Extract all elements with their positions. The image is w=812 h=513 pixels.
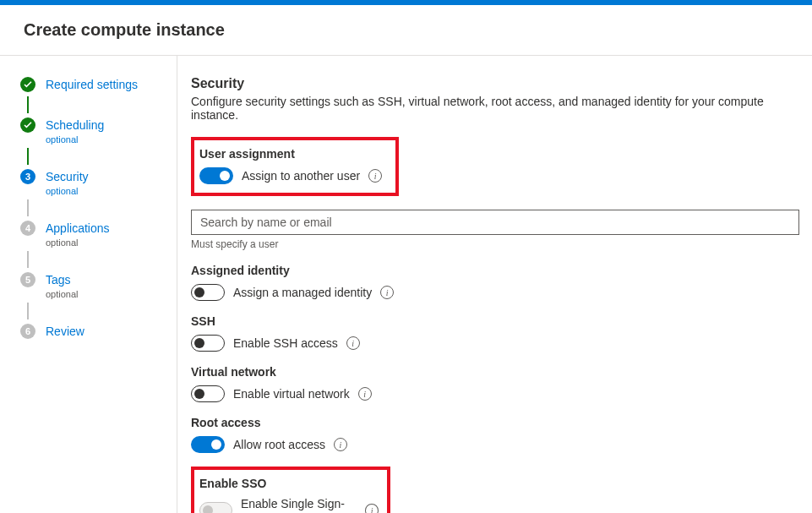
step-review[interactable]: 6 Review [20,323,168,340]
section-description: Configure security settings such as SSH,… [191,95,812,122]
sso-toggle [199,502,232,513]
info-icon[interactable]: i [358,387,372,401]
toggle-label: Assign to another user [242,169,360,183]
step-tags[interactable]: 5 Tags optional [20,271,168,299]
field-heading: SSH [191,314,812,328]
step-connector [27,96,29,113]
info-icon[interactable]: i [365,504,379,513]
step-connector [27,303,29,319]
root-access-toggle[interactable] [191,436,225,453]
step-label: Required settings [46,76,138,93]
step-scheduling[interactable]: Scheduling optional [20,117,168,145]
step-label: Scheduling [46,117,104,134]
assign-user-toggle[interactable] [199,167,233,184]
field-heading: Enable SSO [199,477,379,490]
step-connector [27,199,29,216]
step-number-icon: 5 [20,272,35,287]
step-sublabel: optional [46,186,89,196]
check-icon [20,117,35,133]
step-number-icon: 4 [20,221,35,236]
step-number-icon: 6 [20,324,35,339]
field-heading: Root access [191,416,812,429]
wizard-steps-sidebar: Required settings Scheduling optional 3 … [0,56,177,513]
step-sublabel: optional [46,237,110,248]
step-sublabel: optional [46,289,79,299]
toggle-label: Assign a managed identity [233,286,372,299]
step-connector [27,251,29,268]
toggle-label: Enable virtual network [233,387,350,401]
toggle-label: Enable SSH access [233,336,338,350]
step-sublabel: optional [46,134,104,145]
step-label: Review [46,323,84,340]
vnet-toggle[interactable] [191,385,225,402]
step-label: Applications [46,220,110,237]
step-security[interactable]: 3 Security optional [20,168,168,196]
enable-sso-highlight: Enable SSO Enable Single Sign-On i [191,467,390,513]
step-applications[interactable]: 4 Applications optional [20,220,168,248]
info-icon[interactable]: i [346,336,360,350]
managed-identity-toggle[interactable] [191,284,225,301]
main-content: Security Configure security settings suc… [177,56,812,513]
info-icon[interactable]: i [334,438,347,451]
ssh-toggle[interactable] [191,335,225,352]
input-hint: Must specify a user [191,238,812,250]
field-heading: Virtual network [191,365,812,379]
toggle-label: Enable Single Sign-On [241,497,357,513]
step-label: Tags [46,271,79,288]
info-icon[interactable]: i [368,169,382,183]
step-connector [27,148,29,165]
check-icon [20,77,35,92]
page-title: Create compute instance [0,5,812,56]
step-number-icon: 3 [20,169,35,184]
step-required-settings[interactable]: Required settings [20,76,168,93]
info-icon[interactable]: i [380,286,394,299]
user-search-input[interactable] [191,210,799,235]
step-label: Security [46,168,89,185]
field-heading: Assigned identity [191,264,812,277]
field-heading: User assignment [199,147,387,161]
toggle-label: Allow root access [233,438,325,451]
user-assignment-highlight: User assignment Assign to another user i [191,137,399,196]
section-heading: Security [191,76,812,91]
